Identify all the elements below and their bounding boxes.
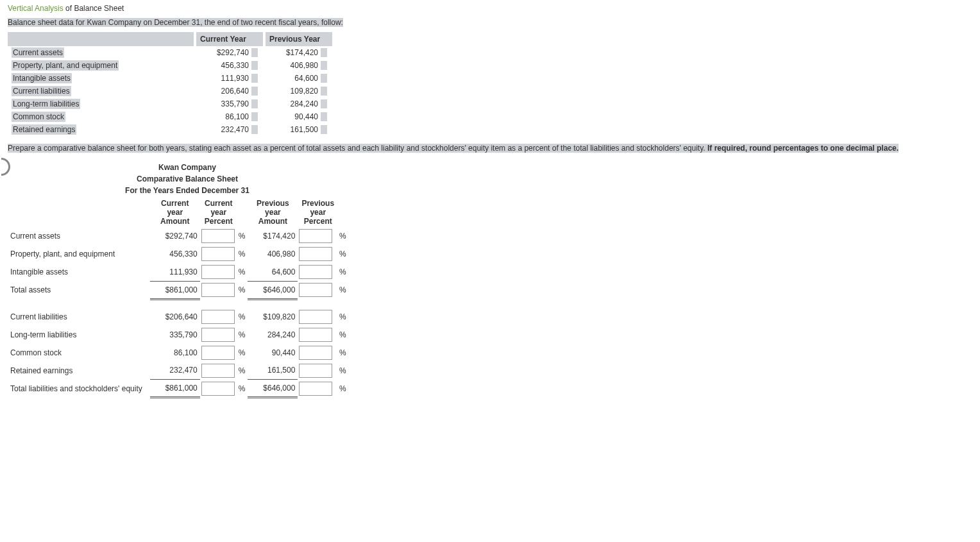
- py-amount: 284,240: [248, 326, 298, 344]
- table-row: Current assets$292,740 $174,420: [8, 46, 334, 59]
- title-highlight: Vertical Analysis: [8, 4, 63, 13]
- sheet-period: For the Years Ended December 31: [8, 185, 367, 196]
- table-row: Long-term liabilities335,790%284,240%: [8, 326, 349, 344]
- table-row: Intangible assets111,930%64,600%: [8, 263, 349, 281]
- page-title: Vertical Analysis of Balance Sheet: [0, 0, 980, 15]
- percent-symbol: %: [237, 281, 248, 299]
- sheet-title: Comparative Balance Sheet: [8, 173, 367, 185]
- row-label: Long-term liabilities: [8, 326, 150, 344]
- cy-amount: $292,740: [150, 227, 200, 245]
- cy-amount: $861,000: [150, 281, 200, 299]
- py-percent-input[interactable]: [299, 382, 332, 396]
- table-row: Retained earnings232,470 161,500: [8, 123, 334, 136]
- percent-symbol: %: [237, 380, 248, 398]
- cy-amount: 111,930: [150, 263, 200, 281]
- row-label: Intangible assets: [8, 263, 150, 281]
- cy-percent-input[interactable]: [201, 346, 235, 360]
- sheet-header: Kwan Company Comparative Balance Sheet F…: [8, 162, 367, 196]
- table-row: Intangible assets111,930 64,600: [8, 72, 334, 85]
- row-label: Total assets: [8, 281, 150, 299]
- table-row: Total liabilities and stockholders' equi…: [8, 380, 349, 398]
- percent-symbol: %: [338, 380, 349, 398]
- cy-percent-input[interactable]: [201, 364, 235, 378]
- table-row: Long-term liabilities335,790 284,240: [8, 97, 334, 110]
- cy-percent-input[interactable]: [201, 283, 235, 297]
- table-row: Common stock86,100%90,440%: [8, 344, 349, 362]
- table-row: Common stock86,100 90,440: [8, 110, 334, 123]
- percent-symbol: %: [338, 344, 349, 362]
- cy-amount: 86,100: [150, 344, 200, 362]
- cy-amount: $206,640: [150, 308, 200, 326]
- percent-symbol: %: [338, 227, 349, 245]
- cy-amount: 335,790: [150, 326, 200, 344]
- py-percent-input[interactable]: [299, 346, 332, 360]
- intro-highlight: Balance sheet data for Kwan Company on D…: [8, 18, 343, 27]
- percent-symbol: %: [237, 344, 248, 362]
- col-previous-year: Previous Year: [264, 32, 334, 46]
- percent-symbol: %: [237, 326, 248, 344]
- py-amount: $109,820: [248, 308, 298, 326]
- percent-symbol: %: [237, 245, 248, 263]
- percent-symbol: %: [237, 263, 248, 281]
- percent-symbol: %: [338, 326, 349, 344]
- percent-symbol: %: [338, 263, 349, 281]
- row-label: Current assets: [8, 227, 150, 245]
- py-percent-input[interactable]: [299, 364, 332, 378]
- cy-percent-input[interactable]: [201, 229, 235, 243]
- row-label: Common stock: [8, 344, 150, 362]
- percent-symbol: %: [237, 227, 248, 245]
- cy-percent-input[interactable]: [201, 310, 235, 324]
- py-amount: $646,000: [248, 380, 298, 398]
- instruction-text: Prepare a comparative balance sheet for …: [0, 140, 980, 157]
- py-amount: 161,500: [248, 362, 298, 380]
- cy-percent-input[interactable]: [201, 328, 235, 342]
- percent-symbol: %: [237, 308, 248, 326]
- percent-symbol: %: [237, 362, 248, 380]
- table-row: Current liabilities206,640 109,820: [8, 85, 334, 97]
- cy-amount: 456,330: [150, 245, 200, 263]
- title-rest: of Balance Sheet: [63, 4, 124, 13]
- py-amount: 406,980: [248, 245, 298, 263]
- given-data-table: Current Year Previous Year Current asset…: [8, 32, 335, 136]
- hdr-py-amount: Previous year Amount: [248, 198, 298, 227]
- cy-percent-input[interactable]: [201, 247, 235, 261]
- hdr-py-percent: Previous year Percent: [298, 198, 338, 227]
- cy-percent-input[interactable]: [201, 382, 235, 396]
- instruction-bold: If required, round percentages to one de…: [707, 144, 899, 153]
- cy-amount: 232,470: [150, 362, 200, 380]
- py-amount: $174,420: [248, 227, 298, 245]
- table-row: Total assets$861,000%$646,000%: [8, 281, 349, 299]
- table-row: Current liabilities$206,640%$109,820%: [8, 308, 349, 326]
- py-percent-input[interactable]: [299, 265, 332, 279]
- instruction-body: Prepare a comparative balance sheet for …: [8, 144, 707, 153]
- col-current-year: Current Year: [195, 32, 264, 46]
- row-label: Retained earnings: [8, 362, 150, 380]
- py-amount: 64,600: [248, 263, 298, 281]
- percent-symbol: %: [338, 245, 349, 263]
- sheet-company: Kwan Company: [8, 162, 367, 173]
- py-percent-input[interactable]: [299, 229, 332, 243]
- table-row: Property, plant, and equipment456,330 40…: [8, 59, 334, 72]
- percent-symbol: %: [338, 362, 349, 380]
- row-label: Total liabilities and stockholders' equi…: [8, 380, 150, 398]
- cy-percent-input[interactable]: [201, 265, 235, 279]
- table-row: Current assets$292,740%$174,420%: [8, 227, 349, 245]
- percent-symbol: %: [338, 308, 349, 326]
- py-percent-input[interactable]: [299, 328, 332, 342]
- py-percent-input[interactable]: [299, 310, 332, 324]
- py-percent-input[interactable]: [299, 283, 332, 297]
- percent-symbol: %: [338, 281, 349, 299]
- hdr-cy-amount: Current year Amount: [150, 198, 200, 227]
- py-percent-input[interactable]: [299, 247, 332, 261]
- row-label: Current liabilities: [8, 308, 150, 326]
- table-row: Retained earnings232,470%161,500%: [8, 362, 349, 380]
- py-amount: $646,000: [248, 281, 298, 299]
- answer-table: Current year Amount Current year Percent…: [8, 198, 349, 406]
- py-amount: 90,440: [248, 344, 298, 362]
- intro-text: Balance sheet data for Kwan Company on D…: [0, 15, 980, 30]
- cy-amount: $861,000: [150, 380, 200, 398]
- row-label: Property, plant, and equipment: [8, 245, 150, 263]
- table-row: Property, plant, and equipment456,330%40…: [8, 245, 349, 263]
- hdr-cy-percent: Current year Percent: [200, 198, 237, 227]
